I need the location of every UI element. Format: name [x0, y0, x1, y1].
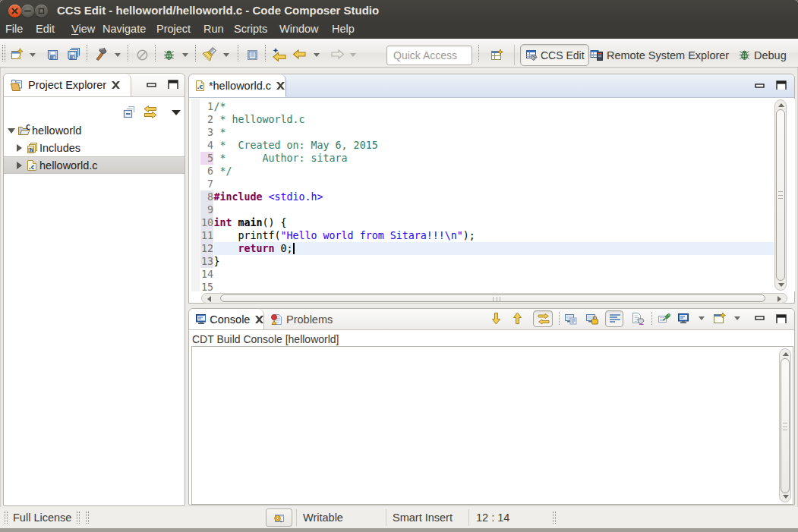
open-console-dropdown[interactable]: [734, 316, 740, 320]
tree-collapsed-arrow[interactable]: [17, 162, 22, 169]
problems-tab[interactable]: Problems: [264, 309, 340, 329]
tree-item-includes[interactable]: hIncludes: [4, 139, 185, 156]
collapse-all-icon[interactable]: [122, 105, 137, 119]
editor-tab-label: *helloworld.c: [209, 80, 271, 92]
menu-navigate[interactable]: Navigate: [103, 20, 146, 39]
menu-help[interactable]: Help: [332, 20, 355, 39]
tree-item-label: Includes: [39, 142, 80, 154]
status-separator: [386, 509, 386, 526]
new-dropdown-arrow[interactable]: [30, 53, 36, 57]
menu-view[interactable]: View: [71, 20, 95, 39]
ccs-edit-perspective-icon: [525, 49, 538, 61]
project-explorer-toolbar: [4, 97, 185, 121]
window-minimize-button[interactable]: [21, 5, 34, 17]
editor-tab-helloworld[interactable]: .c *helloworld.c: [189, 74, 286, 97]
back-arrow-icon[interactable]: [292, 48, 307, 61]
code-editor[interactable]: 1/*2 * helloworld.c3 *4 * Created on: Ma…: [190, 99, 795, 291]
window-maximize-button[interactable]: [35, 5, 48, 17]
console-tab[interactable]: Console: [189, 309, 264, 329]
project-explorer-tab[interactable]: Project Explorer: [4, 74, 131, 96]
console-output[interactable]: [191, 346, 793, 505]
flashlight-icon[interactable]: [202, 46, 217, 61]
project-explorer-tab-label: Project Explorer: [28, 79, 106, 91]
scroll-up-arrow[interactable]: [783, 352, 789, 356]
display-console-icon[interactable]: [677, 312, 690, 325]
explorer-maximize-icon[interactable]: [168, 80, 178, 89]
new-file-icon[interactable]: [10, 48, 24, 61]
console-tab-icon: [195, 313, 206, 325]
menu-run[interactable]: Run: [203, 20, 224, 39]
tree-item-helloworld[interactable]: Chelloworld: [4, 121, 185, 139]
show-stdout-icon[interactable]: [564, 312, 577, 325]
build-dropdown-arrow[interactable]: [115, 53, 121, 57]
tree-item-helloworld-c[interactable]: .chelloworld.c: [4, 156, 185, 174]
scroll-down-arrow[interactable]: [778, 283, 784, 287]
menu-window[interactable]: Window: [279, 20, 319, 39]
perspective-rse-button[interactable]: Remote System Explorer: [590, 44, 729, 66]
perspective-ccs-edit-button[interactable]: CCS Edit: [520, 44, 589, 66]
editor-maximize-icon[interactable]: [776, 80, 787, 90]
editor-minimize-icon[interactable]: [755, 83, 765, 93]
perspective-debug-button[interactable]: Debug: [738, 44, 787, 66]
menu-file[interactable]: File: [5, 20, 23, 39]
explorer-minimize-icon[interactable]: [147, 83, 157, 92]
status-grip: [86, 512, 87, 524]
close-icon: [8, 5, 21, 17]
open-perspective-icon[interactable]: [490, 49, 504, 61]
project-explorer-tab-close-icon[interactable]: [111, 80, 121, 90]
scroll-up-arrow[interactable]: [778, 103, 784, 107]
next-error-icon[interactable]: [490, 312, 503, 325]
word-wrap-toggle[interactable]: [605, 310, 623, 327]
license-status: Full License: [13, 507, 71, 528]
console-maximize-icon[interactable]: [776, 314, 787, 323]
clear-console-icon[interactable]: [631, 312, 645, 325]
line-number: 10: [201, 216, 213, 229]
status-grip: [553, 512, 554, 524]
view-menu-icon[interactable]: [172, 110, 181, 115]
scroll-grip: [493, 297, 500, 301]
pin-console-icon[interactable]: [658, 312, 670, 325]
scroll-left-arrow[interactable]: [207, 296, 211, 302]
editor-hscrollbar[interactable]: [201, 293, 787, 304]
status-separator: [468, 509, 469, 526]
editor-tab-close-icon[interactable]: [276, 81, 285, 90]
back-dropdown-arrow[interactable]: [314, 53, 320, 57]
editor-presentation-button[interactable]: [266, 508, 292, 527]
editor-vscrollbar[interactable]: [774, 99, 787, 291]
editor-tabbar: .c *helloworld.c: [189, 74, 794, 98]
line-number: 6: [201, 165, 213, 178]
code-line-2: 2 * helloworld.c: [190, 113, 795, 126]
build-hammer-icon[interactable]: [93, 47, 108, 61]
tree-expanded-arrow[interactable]: [8, 128, 15, 134]
toolbar-separator: [87, 45, 87, 61]
menu-edit[interactable]: Edit: [36, 20, 55, 39]
line-number: 12: [201, 242, 213, 255]
scroll-lock-icon[interactable]: [585, 312, 598, 325]
window-close-button[interactable]: [8, 5, 21, 17]
menu-scripts[interactable]: Scripts: [234, 20, 267, 39]
scroll-down-arrow[interactable]: [783, 495, 789, 499]
display-console-dropdown[interactable]: [699, 316, 705, 320]
debug-dropdown-arrow[interactable]: [182, 53, 188, 57]
console-tab-close-icon[interactable]: [254, 315, 263, 324]
code-line-15: 15: [190, 281, 795, 291]
save-icon[interactable]: [46, 49, 59, 61]
debug-bug-icon[interactable]: [162, 49, 175, 61]
show-error-toggle[interactable]: [533, 310, 553, 327]
menu-project[interactable]: Project: [156, 20, 191, 39]
save-all-icon[interactable]: [67, 47, 81, 61]
scroll-right-arrow[interactable]: [777, 296, 781, 302]
window-list-icon[interactable]: [246, 49, 259, 61]
toolbar-grip: [5, 45, 5, 61]
code-line-5: 5 * Author: sitara: [190, 152, 795, 165]
previous-error-icon[interactable]: [511, 312, 524, 325]
link-with-editor-icon[interactable]: [143, 105, 158, 120]
console-vscrollbar[interactable]: [779, 348, 791, 502]
console-minimize-icon[interactable]: [755, 316, 765, 325]
last-edit-location-icon[interactable]: [272, 47, 286, 61]
quick-access-input[interactable]: [386, 46, 472, 65]
forward-arrow-icon: [330, 48, 345, 61]
open-console-icon[interactable]: [713, 312, 727, 325]
flashlight-dropdown-arrow[interactable]: [223, 53, 229, 57]
tree-collapsed-arrow[interactable]: [17, 144, 22, 152]
